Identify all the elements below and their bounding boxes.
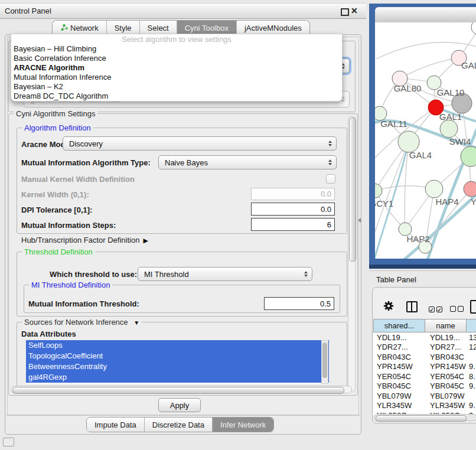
- table-row[interactable]: YPR145WYPR145W9.: [373, 362, 476, 372]
- gear-icon[interactable]: [383, 301, 394, 311]
- attribute-item-gal4rgexp[interactable]: gal4RGexp: [26, 372, 329, 383]
- scrollbar-thumb[interactable]: [12, 387, 344, 394]
- network-node[interactable]: [398, 131, 419, 152]
- network-node[interactable]: [464, 181, 476, 197]
- table-row[interactable]: YER054CYER054C8.: [373, 371, 476, 381]
- data-attributes-list: SelfLoopsTopologicalCoefficientBetweenne…: [26, 340, 329, 384]
- settings-vertical-scrollbar[interactable]: [348, 116, 356, 392]
- unchecked-box-icon: [458, 306, 464, 312]
- scrollbar-thumb[interactable]: [322, 343, 327, 378]
- close-window-icon[interactable]: ✕: [351, 4, 358, 18]
- hub-definition-label: Hub/Transcription Factor Definition: [21, 236, 139, 244]
- table-cell: YLR345W: [425, 401, 467, 410]
- minimized-panel-icon[interactable]: [3, 438, 14, 446]
- algorithm-definition-title: Algorithm Definition: [22, 123, 93, 132]
- aracne-mode-value: Discovery: [69, 139, 103, 148]
- network-node-label: GAL1: [439, 112, 462, 122]
- table-row[interactable]: YBR043CYBR043C: [373, 352, 476, 362]
- table-cell: YPR145W: [373, 362, 425, 371]
- attributes-list-scrollbar[interactable]: [321, 340, 328, 384]
- network-tab-icon: [60, 24, 68, 33]
- mi-threshold-title: MI Threshold Definition: [29, 281, 112, 289]
- kernel-width-field[interactable]: 0.0: [251, 188, 335, 200]
- network-node-label: HAP2: [406, 234, 429, 244]
- network-node-label: GAL11: [380, 119, 407, 129]
- which-threshold-label: Which threshold to use:: [50, 270, 137, 279]
- table-cell: YLR345W: [373, 401, 425, 410]
- table-row[interactable]: YBR045CYBR045C9.: [373, 381, 476, 392]
- mi-type-combo[interactable]: Naive Bayes: [158, 155, 337, 169]
- table-row[interactable]: YBL079WYBL079W: [373, 391, 476, 401]
- expander-down-icon: ▼: [133, 318, 139, 327]
- table-panel-title: Table Panel: [376, 275, 416, 284]
- combo-arrows-icon: [328, 156, 332, 169]
- table-row[interactable]: YDR27...YDR27...12: [373, 343, 476, 353]
- aracne-mode-combo[interactable]: Discovery: [63, 136, 337, 151]
- network-node[interactable]: [471, 22, 476, 35]
- mi-threshold-label: Mutual Information Threshold:: [28, 299, 139, 308]
- data-attributes-label: Data Attributes: [21, 330, 76, 338]
- sources-title: Sources for Network Inference: [24, 318, 128, 327]
- algorithm-option-dream8-dc-tdc-algorithm[interactable]: Dream8 DC_TDC Algorithm: [11, 92, 342, 101]
- tab-label: Select: [148, 24, 169, 32]
- table-horizontal-scrollbar[interactable]: [374, 414, 476, 421]
- table-cell: 9.: [467, 381, 476, 390]
- algorithm-option-bayesian-hill-climbing[interactable]: Bayesian – Hill Climbing: [11, 44, 342, 54]
- network-view[interactable]: GAL7GAL80GAL10GAL1GAL11SWI4GAL4GCY1HAP4Y…: [375, 22, 476, 259]
- network-node-label: HAP4: [435, 197, 458, 207]
- app-root: Control Panel ✕ NetworkStyleSelectCyni T…: [0, 0, 476, 450]
- select-all-checkboxes-icon[interactable]: ✓✓: [429, 304, 444, 314]
- page-icon[interactable]: [470, 300, 476, 314]
- network-node-label: GAL10: [437, 87, 465, 97]
- table-cell: YBL079W: [425, 392, 467, 400]
- algorithm-option-aracne-algorithm[interactable]: ARACNE Algorithm: [11, 63, 342, 73]
- network-node[interactable]: [425, 180, 443, 198]
- algorithm-option-mutual-information-inference[interactable]: Mutual Information Inference: [11, 73, 342, 82]
- network-node-label: Y: [471, 197, 476, 207]
- table-cell: 9.: [467, 401, 476, 410]
- tab-label: Network: [70, 24, 99, 32]
- table-cell: YDR27...: [373, 343, 425, 351]
- deselect-all-checkboxes-icon[interactable]: [450, 304, 465, 314]
- network-node[interactable]: [440, 120, 458, 138]
- checked-box-icon: ✓: [429, 306, 435, 312]
- scrollbar-thumb[interactable]: [376, 415, 467, 422]
- tab-impute-data[interactable]: Impute Data: [87, 418, 144, 432]
- tab-discretize-data[interactable]: Discretize Data: [144, 418, 212, 432]
- column-header-name[interactable]: name: [425, 319, 467, 332]
- combo-arrows-icon: [328, 137, 332, 150]
- columns-icon[interactable]: [406, 301, 418, 312]
- attribute-item-topologicalcoefficient[interactable]: TopologicalCoefficient: [26, 351, 329, 361]
- scrollbar-thumb[interactable]: [349, 118, 356, 262]
- hub-definition-expander[interactable]: Hub/Transcription Factor Definition▶: [21, 236, 148, 244]
- algorithm-option-basic-correlation-inference[interactable]: Basic Correlation Inference: [11, 54, 342, 63]
- splitter-collapse-arrow[interactable]: [358, 218, 361, 223]
- attribute-item-betweennesscentrality[interactable]: BetweennessCentrality: [26, 361, 329, 372]
- settings-horizontal-scrollbar[interactable]: [11, 386, 352, 393]
- dropdown-placeholder: Select algorithm to view settings: [11, 34, 342, 44]
- network-edge[interactable]: [449, 257, 476, 259]
- mi-steps-field[interactable]: 6: [251, 218, 335, 231]
- mi-type-value: Naive Bayes: [165, 158, 208, 167]
- manual-kernel-checkbox[interactable]: [326, 174, 335, 184]
- which-threshold-combo[interactable]: MI Threshold: [138, 267, 312, 281]
- tab-label: Discretize Data: [152, 420, 204, 429]
- column-header-av[interactable]: Av: [467, 319, 476, 332]
- table-row[interactable]: YDL19...YDL19...13: [373, 332, 476, 343]
- table-cell: YBR045C: [373, 381, 425, 390]
- float-window-icon[interactable]: [341, 8, 349, 16]
- sources-expander[interactable]: Sources for Network Inference ▼: [22, 318, 142, 327]
- apply-button[interactable]: Apply: [158, 398, 201, 412]
- column-header-shared[interactable]: shared...: [373, 319, 425, 332]
- attribute-item-selfloops[interactable]: SelfLoops: [26, 340, 329, 351]
- algorithm-option-bayesian-k2[interactable]: Bayesian – K2: [11, 82, 342, 92]
- network-node[interactable]: [375, 184, 382, 198]
- table-row[interactable]: YLR345WYLR345W9.: [373, 401, 476, 411]
- network-edge[interactable]: [400, 58, 459, 79]
- dpi-tolerance-field[interactable]: 0.0: [251, 203, 335, 216]
- tab-infer-network[interactable]: Infer Network: [212, 418, 273, 432]
- mi-threshold-field[interactable]: 0.5: [264, 297, 334, 310]
- network-window-titlebar[interactable]: [375, 7, 476, 23]
- network-node-label: GAL80: [394, 83, 422, 93]
- table-cell: YBR045C: [425, 381, 467, 390]
